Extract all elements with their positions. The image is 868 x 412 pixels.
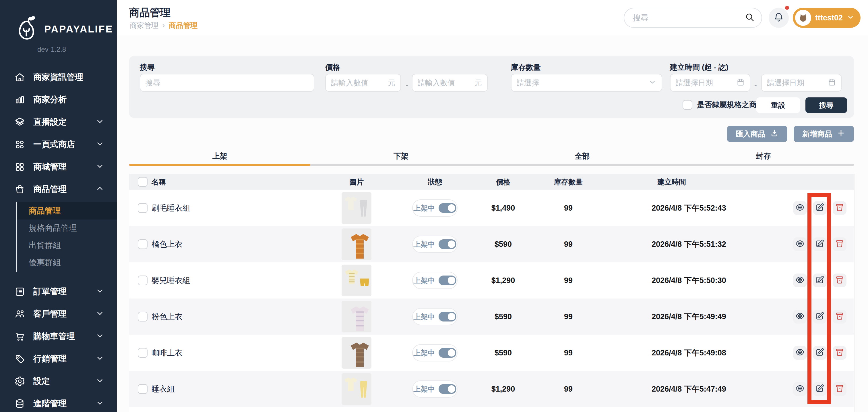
delete-button[interactable] bbox=[833, 346, 846, 360]
spec-filter-checkbox-row[interactable]: 是否隸屬規格之商品 bbox=[683, 100, 764, 110]
tab-上架[interactable]: 上架 bbox=[129, 148, 310, 164]
global-search-input[interactable] bbox=[633, 13, 745, 22]
edit-button[interactable] bbox=[813, 237, 827, 251]
status-toggle[interactable] bbox=[439, 203, 456, 213]
sidebar-item-chart[interactable]: 商家分析 bbox=[0, 88, 117, 111]
status-toggle[interactable] bbox=[439, 239, 456, 249]
chevron-down-icon bbox=[96, 287, 104, 296]
filter-search-button[interactable]: 搜尋 bbox=[805, 97, 847, 113]
user-menu[interactable]: tttest02 bbox=[793, 8, 861, 28]
edit-button[interactable] bbox=[813, 382, 827, 396]
status-toggle[interactable] bbox=[439, 275, 456, 285]
status-toggle[interactable] bbox=[439, 384, 456, 394]
price-min-field[interactable]: 元 bbox=[325, 74, 401, 92]
trash-icon bbox=[835, 384, 844, 394]
select-all-checkbox[interactable] bbox=[138, 177, 148, 187]
delete-button[interactable] bbox=[833, 237, 846, 251]
tab-封存[interactable]: 封存 bbox=[673, 148, 854, 164]
table-row: 咖啡上衣 上架中 $590 99 2026/4/8 下午5:49:08 bbox=[129, 335, 854, 371]
calendar-icon bbox=[828, 78, 836, 87]
import-products-button[interactable]: 匯入商品 bbox=[727, 126, 787, 142]
sidebar-item-label: 購物車管理 bbox=[33, 331, 75, 342]
sidebar-item-home[interactable]: 商家資訊管理 bbox=[0, 66, 117, 88]
global-search[interactable] bbox=[624, 8, 762, 28]
sidebar: PAPAYALIFE dev-1.2.8 商家資訊管理商家分析直播設定一頁式商店… bbox=[0, 0, 117, 412]
status-label: 上架中 bbox=[414, 384, 435, 394]
stock-select[interactable]: 請選擇 bbox=[511, 74, 662, 92]
delete-button[interactable] bbox=[833, 273, 846, 287]
product-price: $1,290 bbox=[491, 385, 515, 393]
filter-panel: 搜尋 價格 元 - 元 庫存數量 請選擇 建立時間 (起 - 訖) 請選擇日期 bbox=[129, 56, 854, 118]
date-to-field[interactable]: 請選擇日期 bbox=[761, 74, 842, 92]
submenu-item[interactable]: 出貨群組 bbox=[0, 237, 117, 254]
row-checkbox[interactable] bbox=[138, 312, 148, 322]
price-max-field[interactable]: 元 bbox=[412, 74, 488, 92]
eye-icon bbox=[795, 348, 805, 358]
chevron-down-icon bbox=[96, 309, 104, 319]
sidebar-item-tag[interactable]: 行銷管理 bbox=[0, 348, 117, 370]
add-product-button[interactable]: 新增商品 bbox=[794, 126, 854, 142]
view-button[interactable] bbox=[793, 273, 807, 287]
sidebar-item-cart[interactable]: 購物車管理 bbox=[0, 325, 117, 348]
tab-全部[interactable]: 全部 bbox=[492, 148, 673, 164]
status-toggle[interactable] bbox=[439, 312, 456, 322]
row-checkbox[interactable] bbox=[138, 384, 148, 394]
reset-button[interactable]: 重設 bbox=[756, 97, 800, 113]
filter-search-field[interactable] bbox=[140, 74, 314, 92]
users-icon bbox=[14, 308, 26, 320]
submenu-item[interactable]: 優惠群組 bbox=[0, 254, 117, 271]
sidebar-item-receipt[interactable]: 訂單管理 bbox=[0, 281, 117, 303]
submenu-item[interactable]: 規格商品管理 bbox=[0, 219, 117, 237]
edit-button[interactable] bbox=[813, 273, 827, 287]
price-min-input[interactable] bbox=[331, 79, 385, 87]
filter-search-label: 搜尋 bbox=[140, 62, 155, 72]
sidebar-item-label: 商家分析 bbox=[33, 94, 67, 106]
delete-button[interactable] bbox=[833, 201, 846, 215]
view-button[interactable] bbox=[793, 237, 807, 251]
edit-button[interactable] bbox=[813, 346, 827, 360]
price-max-input[interactable] bbox=[417, 79, 472, 87]
notifications-button[interactable] bbox=[769, 8, 789, 28]
tab-下架[interactable]: 下架 bbox=[310, 148, 491, 164]
stock-select-placeholder: 請選擇 bbox=[517, 78, 539, 88]
row-checkbox[interactable] bbox=[138, 275, 148, 285]
date-from-field[interactable]: 請選擇日期 bbox=[670, 74, 750, 92]
product-image bbox=[342, 228, 371, 260]
user-chevron-down-icon bbox=[847, 13, 854, 22]
row-checkbox[interactable] bbox=[138, 239, 148, 249]
filter-search-input[interactable] bbox=[146, 79, 309, 87]
submenu-item-active[interactable]: 商品管理 bbox=[17, 202, 117, 219]
breadcrumb-parent[interactable]: 商家管理 bbox=[130, 21, 158, 30]
edit-button[interactable] bbox=[813, 310, 827, 324]
spec-checkbox[interactable] bbox=[683, 100, 692, 110]
product-name: 粉色上衣 bbox=[152, 312, 183, 322]
sidebar-item-layers[interactable]: 直播設定 bbox=[0, 111, 117, 133]
price-min-unit: 元 bbox=[388, 78, 395, 88]
product-price: $1,290 bbox=[491, 276, 515, 285]
sidebar-item-gear[interactable]: 設定 bbox=[0, 370, 117, 392]
sidebar-item-grid-circles[interactable]: 一頁式商店 bbox=[0, 133, 117, 156]
delete-button[interactable] bbox=[833, 310, 846, 324]
row-checkbox[interactable] bbox=[138, 203, 148, 213]
view-button[interactable] bbox=[793, 201, 807, 215]
delete-button[interactable] bbox=[833, 382, 846, 396]
sidebar-item-users[interactable]: 客戶管理 bbox=[0, 303, 117, 325]
status-label: 上架中 bbox=[414, 348, 435, 358]
sidebar-item-bag[interactable]: 商品管理 bbox=[0, 178, 117, 201]
status-tabs: 上架下架全部封存 bbox=[129, 148, 854, 166]
sidebar-item-grid-squares[interactable]: 商城管理 bbox=[0, 156, 117, 178]
status-badge: 上架中 bbox=[412, 308, 458, 325]
edit-button[interactable] bbox=[813, 201, 827, 215]
products-table: 名稱圖片狀態價格庫存數量建立時間 刷毛睡衣組 上架中 $1,490 99 202… bbox=[129, 174, 854, 412]
sidebar-item-label: 設定 bbox=[33, 376, 50, 387]
sidebar-item-database[interactable]: 進階管理 bbox=[0, 392, 117, 412]
chevron-down-icon bbox=[96, 354, 104, 364]
search-icon[interactable] bbox=[745, 12, 755, 23]
view-button[interactable] bbox=[793, 346, 807, 360]
row-checkbox[interactable] bbox=[138, 348, 148, 358]
view-button[interactable] bbox=[793, 310, 807, 324]
view-button[interactable] bbox=[793, 382, 807, 396]
date-to-placeholder: 請選擇日期 bbox=[767, 78, 804, 88]
status-toggle[interactable] bbox=[439, 348, 456, 358]
edit-icon bbox=[815, 384, 825, 394]
